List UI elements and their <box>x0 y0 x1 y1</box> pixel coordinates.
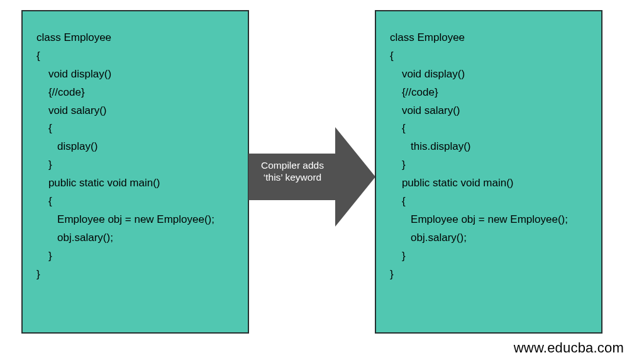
code-line: void display() <box>390 65 594 84</box>
code-box-before: class Employee { void display() {//code}… <box>21 10 249 334</box>
code-line: obj.salary(); <box>390 229 594 247</box>
code-line: { <box>36 193 240 211</box>
code-line: void display() <box>36 65 240 84</box>
code-line: void salary() <box>36 102 240 120</box>
code-line: } <box>390 156 594 174</box>
diagram-canvas: class Employee { void display() {//code}… <box>0 0 644 360</box>
code-line: class Employee <box>36 29 240 47</box>
code-line: { <box>390 193 594 211</box>
code-line: {//code} <box>36 84 240 102</box>
code-line: } <box>390 266 594 284</box>
transform-arrow: Compiler adds ‘this’ keyword <box>248 127 375 227</box>
code-line: public static void main() <box>36 174 240 193</box>
arrow-shape <box>248 127 375 227</box>
code-line: void salary() <box>390 102 594 120</box>
code-line: public static void main() <box>390 174 594 193</box>
code-line: { <box>36 47 240 65</box>
code-line: Employee obj = new Employee(); <box>36 211 240 229</box>
code-box-after: class Employee { void display() {//code}… <box>375 10 602 334</box>
code-line: } <box>390 247 594 266</box>
code-line: obj.salary(); <box>36 229 240 247</box>
code-line: } <box>36 266 240 284</box>
attribution-text: www.educba.com <box>514 340 624 356</box>
code-line: { <box>36 120 240 138</box>
code-line: } <box>36 156 240 174</box>
code-line: { <box>390 47 594 65</box>
code-line: this.display() <box>390 138 594 156</box>
code-line: } <box>36 247 240 266</box>
arrow-icon <box>248 127 375 227</box>
code-line: display() <box>36 138 240 156</box>
code-line: {//code} <box>390 84 594 102</box>
code-line: Employee obj = new Employee(); <box>390 211 594 229</box>
code-line: class Employee <box>390 29 594 47</box>
code-line: { <box>390 120 594 138</box>
